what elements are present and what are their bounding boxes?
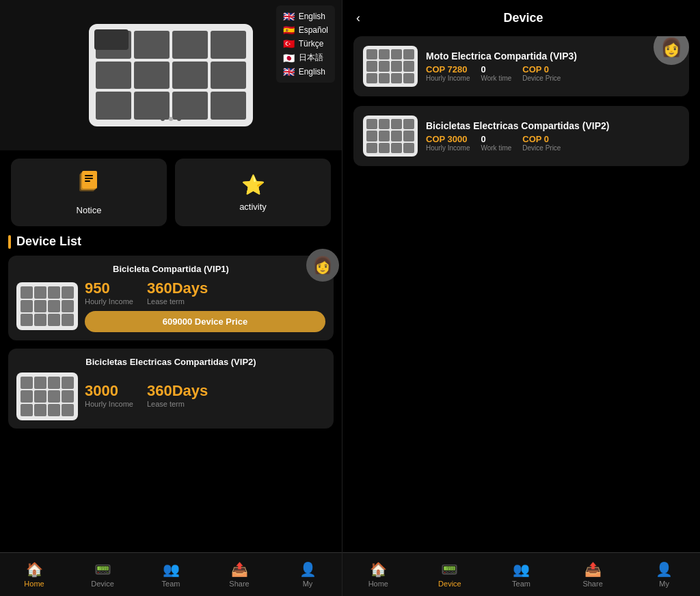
svg-rect-4 xyxy=(85,178,93,179)
left-panel: 🇬🇧 English 🇪🇸 Español 🇹🇷 Türkçe 🇯🇵 日本語 🇬… xyxy=(0,0,342,596)
nav-share-left[interactable]: 📤 Share xyxy=(205,553,273,596)
right-panel: ‹ Device 👩 Moto xyxy=(342,0,700,596)
device-2-income: 3000 Hourly Income xyxy=(85,382,133,408)
slot-3 xyxy=(172,31,208,59)
device-card-1-title: Bicicleta Compartida (VIP1) xyxy=(16,264,325,274)
nav-my-left[interactable]: 👤 My xyxy=(273,553,342,596)
right-panel-title: Device xyxy=(360,11,686,25)
right-device-2-name: Bicicletas Electricas Compartidas (VIP2) xyxy=(426,120,679,131)
flag-jp: 🇯🇵 xyxy=(283,53,295,64)
my-icon-left: 👤 xyxy=(299,561,317,578)
nav-my-right[interactable]: 👤 My xyxy=(628,553,700,596)
device-1-price-btn[interactable]: 609000 Device Price xyxy=(85,311,325,332)
slot-5 xyxy=(96,62,131,90)
home-icon-right: 🏠 xyxy=(370,561,387,578)
right-stat-worktime-1: 0 Work time xyxy=(481,64,511,82)
nav-share-right[interactable]: 📤 Share xyxy=(557,553,629,596)
nav-team-right[interactable]: 👥 Team xyxy=(485,553,557,596)
left-bottom-nav: 🏠 Home 📟 Device 👥 Team 📤 Share 👤 My xyxy=(0,552,342,596)
slot-12 xyxy=(211,92,246,120)
lang-label-4: 日本語 xyxy=(299,52,323,64)
slot-2 xyxy=(134,31,170,59)
device-1-income: 950 Hourly Income xyxy=(85,280,133,306)
activity-label: activity xyxy=(239,202,267,212)
device-card-2[interactable]: Bicicletas Electricas Compartidas (VIP2) xyxy=(8,349,334,429)
device-icon-left: 📟 xyxy=(94,561,111,578)
section-bar xyxy=(8,235,11,249)
device-label-right: Device xyxy=(438,580,461,588)
quick-actions: Notice ⭐ activity xyxy=(0,150,342,234)
lang-label-3: Türkçe xyxy=(299,39,324,49)
right-device-card-1[interactable]: Moto Electrica Compartida (VIP3) COP 728… xyxy=(353,36,689,96)
device-thumb-1 xyxy=(16,282,78,330)
notice-card[interactable]: Notice xyxy=(11,159,167,226)
lang-turkish[interactable]: 🇹🇷 Türkçe xyxy=(283,37,328,51)
lang-label-1: English xyxy=(299,12,325,21)
dot-3[interactable] xyxy=(177,117,181,121)
flag-gb-1: 🇬🇧 xyxy=(283,11,295,22)
home-label-right: Home xyxy=(368,580,388,588)
right-device-list: 👩 Moto Electrica Compartida (VIP3) xyxy=(342,36,700,552)
dot-2[interactable] xyxy=(169,117,173,121)
section-title: Device List xyxy=(16,234,81,249)
right-stat-worktime-2: 0 Work time xyxy=(481,134,511,152)
device-1-lease: 360Days Lease term xyxy=(147,280,208,306)
lang-japanese[interactable]: 🇯🇵 日本語 xyxy=(283,51,328,65)
device-thumb-2 xyxy=(16,372,78,420)
notice-label: Notice xyxy=(77,205,102,215)
right-device-thumb-2 xyxy=(363,116,418,157)
slot-11 xyxy=(172,92,208,120)
language-dropdown[interactable]: 🇬🇧 English 🇪🇸 Español 🇹🇷 Türkçe 🇯🇵 日本語 🇬… xyxy=(276,5,335,83)
team-icon-left: 👥 xyxy=(163,561,180,578)
lang-english-bottom[interactable]: 🇬🇧 English xyxy=(283,65,328,79)
device-2-lease: 360Days Lease term xyxy=(147,382,208,408)
right-device-2-stats: COP 3000 Hourly Income 0 Work time COP 0… xyxy=(426,134,679,152)
slot-6 xyxy=(134,62,170,90)
lang-espanol[interactable]: 🇪🇸 Español xyxy=(283,23,328,37)
right-bottom-nav: 🏠 Home 📟 Device 👥 Team 📤 Share 👤 My xyxy=(342,552,700,596)
my-label-left: My xyxy=(303,580,313,588)
device-2-stats: 3000 Hourly Income 360Days Lease term xyxy=(85,382,325,411)
notice-icon xyxy=(77,170,101,200)
svg-rect-2 xyxy=(82,171,97,189)
lang-english-top[interactable]: 🇬🇧 English xyxy=(283,10,328,23)
right-device-1-info: Moto Electrica Compartida (VIP3) COP 728… xyxy=(426,51,679,82)
section-header: Device List xyxy=(8,234,334,249)
device-card-2-body: 3000 Hourly Income 360Days Lease term xyxy=(16,372,325,420)
right-stat-income-1: COP 7280 Hourly Income xyxy=(426,64,470,82)
my-label-right: My xyxy=(659,580,669,588)
device-list-section: Device List 👩 Bicicleta Compartida (VIP1… xyxy=(0,234,342,552)
device-1-stats: 950 Hourly Income 360Days Lease term 609… xyxy=(85,280,325,332)
device-card-2-title: Bicicletas Electricas Compartidas (VIP2) xyxy=(16,357,325,367)
nav-device-right[interactable]: 📟 Device xyxy=(414,553,486,596)
svg-rect-3 xyxy=(85,175,93,176)
slot-7 xyxy=(172,62,208,90)
nav-device-left[interactable]: 📟 Device xyxy=(68,553,137,596)
activity-icon: ⭐ xyxy=(241,174,265,196)
nav-team-left[interactable]: 👥 Team xyxy=(137,553,205,596)
nav-home-right[interactable]: 🏠 Home xyxy=(342,553,414,596)
right-device-card-2[interactable]: Bicicletas Electricas Compartidas (VIP2)… xyxy=(353,106,689,166)
team-label-right: Team xyxy=(512,580,530,588)
lang-label-5: English xyxy=(299,67,325,77)
support-avatar-1: 👩 xyxy=(306,249,339,282)
nav-home-left[interactable]: 🏠 Home xyxy=(0,553,68,596)
device-screen xyxy=(94,29,129,50)
slot-10 xyxy=(134,92,170,120)
slot-9 xyxy=(96,92,131,120)
device-card-1[interactable]: 👩 Bicicleta Compartida (VIP1) xyxy=(8,256,334,340)
share-icon-right: 📤 xyxy=(584,561,602,578)
device-hero-image xyxy=(89,24,253,126)
device-2-stat-row-1: 3000 Hourly Income 360Days Lease term xyxy=(85,382,325,408)
right-device-1-name: Moto Electrica Compartida (VIP3) xyxy=(426,51,679,62)
flag-es: 🇪🇸 xyxy=(283,25,295,36)
right-stat-price-1: COP 0 Device Price xyxy=(522,64,561,82)
share-icon-left: 📤 xyxy=(231,561,248,578)
dot-1[interactable] xyxy=(161,117,165,121)
device-label-left: Device xyxy=(91,580,114,588)
right-device-1-stats: COP 7280 Hourly Income 0 Work time COP 0… xyxy=(426,64,679,82)
activity-card[interactable]: ⭐ activity xyxy=(175,159,331,226)
right-stat-income-2: COP 3000 Hourly Income xyxy=(426,134,470,152)
home-icon: 🏠 xyxy=(26,561,43,578)
slot-4 xyxy=(211,31,246,59)
